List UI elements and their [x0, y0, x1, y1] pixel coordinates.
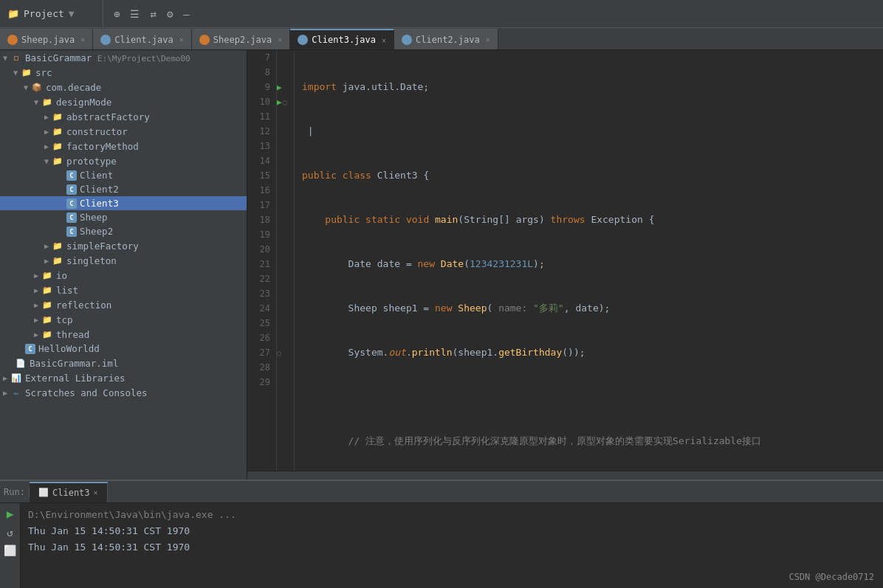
tab-close-client3[interactable]: ✕ — [382, 36, 386, 44]
sidebar-item-constructor[interactable]: ▶ 📁 constructor — [0, 124, 247, 139]
tab-close-client2[interactable]: ✕ — [486, 35, 490, 44]
code-content[interactable]: import java.util.Date; public class Clie… — [295, 50, 883, 471]
tab-client2-java[interactable]: Client2.java ✕ — [394, 29, 498, 49]
run-tab-client3[interactable]: ⬜ Client3 ✕ — [30, 482, 108, 502]
folder-abstractfactory-icon: 📁 — [52, 111, 63, 122]
code-editor[interactable]: 7 8 9 10 11 12 13 14 15 16 17 18 19 20 2… — [247, 50, 883, 471]
run-tab-label: Client3 — [52, 488, 90, 498]
folder-list-icon: 📁 — [41, 284, 53, 296]
folder-src-icon: 📁 — [21, 66, 32, 78]
minimize-icon[interactable]: — — [183, 8, 189, 20]
line-num-26: 26 — [253, 331, 270, 345]
arrow-icon: ▶ — [31, 301, 41, 309]
settings-icon[interactable]: ⚙ — [167, 8, 173, 20]
line-num-23: 23 — [253, 286, 270, 301]
sidebar-label-sheep: Sheep — [80, 212, 108, 223]
code-line-14 — [302, 390, 876, 404]
gutter-18 — [277, 212, 294, 227]
sidebar-item-scratches[interactable]: ▶ ✏ Scratches and Consoles — [0, 385, 247, 400]
watermark: CSDN @Decade0712 — [788, 572, 874, 582]
sidebar-item-client[interactable]: C Client — [0, 168, 247, 182]
tab-sheep2-java[interactable]: Sheep2.java ✕ — [192, 29, 291, 49]
folder-com-icon: 📦 — [31, 81, 43, 93]
tab-close-sheep2[interactable]: ✕ — [278, 35, 282, 44]
sidebar-item-tcp[interactable]: ▶ 📁 tcp — [0, 312, 247, 327]
run-class-icon[interactable]: ▶ — [277, 83, 282, 92]
code-line-13: System. out . println (sheep1. getBirthd… — [302, 345, 876, 360]
sidebar-item-factorymethod[interactable]: ▶ 📁 factoryMethod — [0, 139, 247, 153]
tab-client3-java[interactable]: Client3.java ✕ — [290, 29, 394, 49]
structure-icon[interactable]: ⊕ — [114, 8, 120, 20]
sidebar-label-simplefactory: simpleFactory — [66, 241, 139, 252]
gutter-23 — [277, 286, 294, 301]
tab-close-client[interactable]: ✕ — [179, 35, 184, 44]
code-line-8 — [302, 124, 876, 139]
tab-client-java[interactable]: Client.java ✕ — [93, 29, 192, 49]
sidebar-item-singleton[interactable]: ▶ 📁 singleton — [0, 253, 247, 268]
iml-icon: 📄 — [15, 357, 27, 369]
line-num-14: 14 — [253, 153, 270, 168]
run-play-button[interactable]: ▶ — [7, 507, 14, 521]
sidebar-item-reflection[interactable]: ▶ 📁 reflection — [0, 297, 247, 312]
sidebar-label-basicgrammar: BasicGrammar E:\MyProject\Demo00 — [25, 52, 190, 63]
sidebar-item-external-libraries[interactable]: ▶ 📊 External Libraries — [0, 370, 247, 385]
list-icon[interactable]: ☰ — [130, 8, 140, 20]
tab-close-sheep[interactable]: ✕ — [80, 35, 85, 44]
tab-icon-sheep — [7, 35, 18, 45]
tab-label-client2: Client2.java — [416, 35, 480, 45]
sidebar-item-io[interactable]: ▶ 📁 io — [0, 268, 247, 283]
tab-sheep-java[interactable]: Sheep.java ✕ — [0, 29, 93, 49]
sidebar-item-com-decade[interactable]: ▼ 📦 com.decade — [0, 80, 247, 94]
arrow-icon: ▶ — [41, 257, 52, 265]
project-menu[interactable]: 📁 Project ▼ — [0, 0, 103, 27]
sidebar-scrollbar[interactable] — [0, 401, 247, 409]
gutter-16 — [277, 183, 294, 198]
sidebar-item-sheep[interactable]: C Sheep — [0, 210, 247, 224]
sidebar-item-client3[interactable]: C Client3 — [0, 196, 247, 210]
sidebar-item-basicgrammar[interactable]: ▼ ◻ BasicGrammar E:\MyProject\Demo00 — [0, 50, 247, 65]
tab-icon-client3 — [298, 35, 308, 45]
sidebar-label-client3: Client3 — [80, 198, 119, 209]
run-time-2: Thu Jan 15 14:50:31 CST 1970 — [28, 542, 190, 553]
kw-void-10: void — [406, 212, 429, 227]
sidebar: ▼ ◻ BasicGrammar E:\MyProject\Demo00 ▼ 📁… — [0, 50, 247, 480]
sidebar-item-abstractfactory[interactable]: ▶ 📁 abstractFactory — [0, 109, 247, 124]
run-rerun-button[interactable]: ↺ — [7, 527, 13, 539]
sidebar-item-list[interactable]: ▶ 📁 list — [0, 283, 247, 297]
line-num-21: 21 — [253, 257, 270, 271]
run-tab-close[interactable]: ✕ — [94, 488, 98, 497]
sidebar-item-thread[interactable]: ▶ 📁 thread — [0, 327, 247, 342]
run-label: Run: — [0, 487, 30, 497]
java-icon-helloworldd: C — [25, 344, 35, 354]
sidebar-item-src[interactable]: ▼ 📁 src — [0, 65, 247, 80]
sidebar-item-sheep2[interactable]: C Sheep2 — [0, 224, 247, 238]
run-stop-button[interactable]: ⬜ — [4, 544, 16, 556]
sidebar-item-helloworldd[interactable]: C HelloWorldd — [0, 342, 247, 356]
java-icon-client2: C — [66, 184, 77, 195]
arrow-icon: ▼ — [41, 157, 52, 165]
sidebar-label-com-decade: com.decade — [46, 82, 101, 93]
folder-io-icon: 📁 — [41, 269, 53, 281]
arrow-icon: ▶ — [31, 271, 41, 280]
arrow-icon: ▶ — [0, 374, 10, 382]
sidebar-item-basicgrammar-iml[interactable]: 📄 BasicGrammar.iml — [0, 356, 247, 370]
tab-icon-sheep2 — [199, 35, 210, 45]
arrow-icon: ▶ — [0, 389, 10, 397]
sidebar-item-simplefactory[interactable]: ▶ 📁 simpleFactory — [0, 238, 247, 253]
sidebar-item-designmode[interactable]: ▼ 📁 designMode — [0, 94, 247, 109]
line-num-17: 17 — [253, 198, 270, 212]
run-main-icon[interactable]: ▶ — [277, 97, 282, 107]
sidebar-label-abstractfactory: abstractFactory — [66, 111, 150, 122]
sidebar-item-prototype[interactable]: ▼ 📁 prototype — [0, 153, 247, 168]
horizontal-scrollbar[interactable] — [247, 471, 883, 480]
line-num-18: 18 — [253, 212, 270, 227]
gutter-9[interactable]: ▶ — [277, 80, 294, 94]
sidebar-item-client2[interactable]: C Client2 — [0, 182, 247, 196]
line-num-12: 12 — [253, 124, 270, 139]
project-label: Project — [24, 8, 64, 19]
gutter-10[interactable]: ▶ ◌ — [277, 94, 294, 109]
sidebar-label-scratches: Scratches and Consoles — [25, 387, 148, 398]
run-tab-bar: Run: ⬜ Client3 ✕ — [0, 481, 883, 503]
sync-icon[interactable]: ⇄ — [150, 8, 156, 20]
sidebar-label-io: io — [56, 270, 67, 281]
